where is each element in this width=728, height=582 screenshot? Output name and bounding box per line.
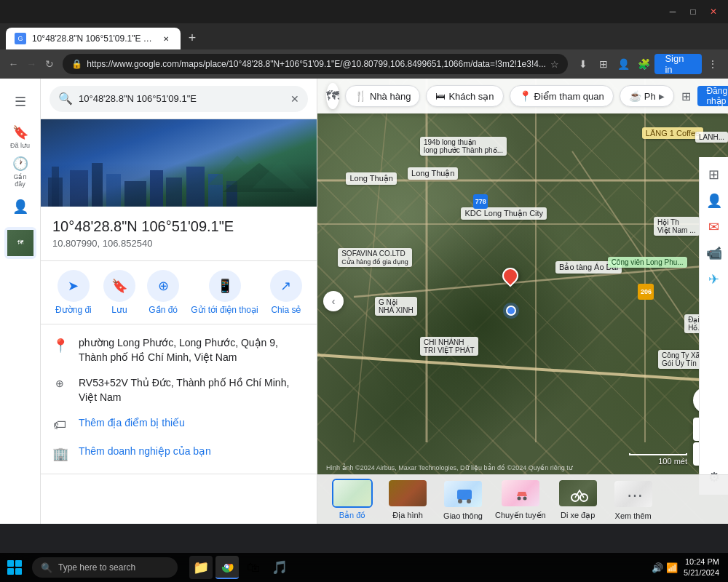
new-tab-btn[interactable]: + — [182, 28, 202, 48]
recents-label: Gần đây — [9, 173, 32, 188]
saved-label: Đã lưu — [10, 142, 30, 149]
add-business-item[interactable]: 🏢 Thêm doanh nghiệp của bạn — [52, 439, 305, 468]
place-info: 10°48'28.8"N 106°51'09.1"E 10.807990, 10… — [41, 207, 317, 261]
filter-hotel-label: Khách sạn — [448, 91, 494, 102]
user-icon[interactable]: 👤 — [6, 192, 35, 221]
scale-line — [629, 453, 687, 455]
svg-rect-23 — [457, 490, 472, 500]
taskbar: 🔍 Type here to search 📁 🛍 🎵 🔊 📶 — [0, 553, 728, 582]
recents-icon[interactable]: 🕐 Gần đây — [6, 157, 35, 186]
share-btn[interactable]: ↗ Chia sẻ — [270, 270, 302, 315]
bookmark-star-icon[interactable]: ☆ — [550, 59, 559, 70]
hamburger-icon: ☰ — [15, 94, 26, 110]
send-to-phone-btn[interactable]: 📱 Gửi tới điện thoại — [191, 270, 258, 315]
close-btn[interactable]: ✕ — [705, 3, 722, 20]
map-area[interactable]: 🗺 🍴 Nhà hàng 🛏 Khách sạn 📍 Điểm tham qua… — [317, 79, 728, 524]
add-missing-place-item[interactable]: 🏷 Thêm địa điểm bị thiếu — [52, 410, 305, 439]
maximize-btn[interactable]: □ — [684, 3, 702, 20]
taskbar-music[interactable]: 🎵 — [268, 556, 291, 579]
attraction-icon: 📍 — [519, 90, 531, 102]
reload-btn[interactable]: ↻ — [42, 54, 58, 74]
hoi-th-label: Hội ThViệt Nam ... — [654, 217, 700, 236]
map-type-ban-do[interactable]: Bản đồ — [329, 479, 376, 520]
back-btn[interactable]: ← — [6, 54, 21, 74]
chuyen-tuyen-thumb — [500, 479, 541, 508]
copyright-text: Hình ảnh ©2024 Airbus, Maxar Technologie… — [326, 464, 573, 471]
current-location-thumb[interactable]: 🗺 — [4, 227, 36, 259]
map-type-xem-them[interactable]: ⋯ Xem thêm — [610, 479, 657, 520]
cong-ty-label: Công Ty XãGói Uy Tín — [658, 350, 703, 369]
share-icon: ↗ — [270, 270, 302, 302]
menu-btn[interactable]: ⋮ — [703, 54, 722, 74]
extensions-icon[interactable]: 🧩 — [635, 54, 654, 74]
telegram-icon[interactable]: ✈ — [703, 268, 726, 291]
tab-title: 10°48'28.8"N 106°51'09.1"E - Go... — [32, 33, 154, 44]
profile-icon[interactable]: 👤 — [614, 54, 633, 74]
map-type-btn[interactable]: 🗺 — [326, 83, 339, 109]
date-display: 5/21/2024 — [684, 567, 719, 578]
meet-icon[interactable]: 📹 — [703, 242, 726, 265]
map-type-dia-hinh[interactable]: Địa hình — [384, 479, 431, 520]
nearby-btn[interactable]: ⊕ Gần đó — [147, 270, 179, 315]
dia-hinh-label: Địa hình — [392, 511, 423, 520]
directions-btn[interactable]: ➤ Đường đi — [55, 270, 92, 315]
taskbar-store[interactable]: 🛍 — [242, 556, 265, 579]
minimize-btn[interactable]: ─ — [664, 3, 681, 20]
url-icons: ☆ — [550, 59, 559, 70]
network-icon[interactable]: 📶 — [666, 562, 678, 573]
directions-icon: ➤ — [58, 270, 90, 302]
map-type-chuyen-tuyen[interactable]: Chuyến tuyến — [495, 479, 546, 520]
clear-icon[interactable]: ✕ — [290, 93, 299, 105]
url-text: https://www.google.com/maps/place/10°48'… — [87, 59, 546, 69]
svg-point-32 — [226, 565, 229, 568]
banner-overlay — [41, 163, 317, 207]
map-back-btn[interactable]: ‹ — [323, 291, 344, 311]
saved-icon[interactable]: 🔖 Đã lưu — [6, 122, 35, 151]
menu-icon[interactable]: ☰ — [6, 87, 35, 116]
map-type-di-xe-dap[interactable]: Di xe đạp — [555, 479, 601, 520]
save-btn[interactable]: 🔖 Lưu — [103, 270, 135, 315]
download-icon[interactable]: ⬇ — [574, 54, 593, 74]
filter-attraction[interactable]: 📍 Điểm tham quan — [510, 85, 614, 107]
apps-grid-btn[interactable]: ⊞ — [680, 86, 692, 106]
filter-ph[interactable]: ☕ Ph ▶ — [620, 85, 674, 107]
add-place-icon: 🏷 — [52, 418, 67, 433]
active-tab[interactable]: G 10°48'28.8"N 106°51'09.1"E - Go... ✕ — [6, 28, 181, 49]
tab-close-btn[interactable]: ✕ — [160, 33, 172, 44]
taskbar-explorer[interactable]: 📁 — [189, 556, 213, 579]
filter-restaurant[interactable]: 🍴 Nhà hàng — [345, 85, 420, 107]
url-bar[interactable]: 🔒 https://www.google.com/maps/place/10°4… — [63, 54, 568, 74]
lang1coffee-label: LĂNG 1 Coffee — [642, 127, 703, 139]
dang-nhap-btn[interactable]: Đăng nhập — [697, 86, 728, 106]
giao-thong-thumb — [443, 479, 483, 509]
go-noi-label: G NộiNHÀ XINH — [375, 297, 417, 316]
di-xe-dap-thumb — [558, 479, 598, 508]
taskbar-search[interactable]: 🔍 Type here to search — [32, 557, 178, 578]
taskbar-right: 🔊 📶 10:24 PM 5/21/2024 — [652, 557, 725, 579]
plus-code-text: RV53+52V Thủ Đức, Thành phố Hồ Chí Minh,… — [79, 376, 305, 404]
tab-favicon: G — [15, 33, 26, 44]
sign-in-btn[interactable]: Sign in — [654, 54, 702, 74]
google-apps-icon[interactable]: ⊞ — [703, 163, 726, 186]
filter-hotel[interactable]: 🛏 Khách sạn — [426, 85, 503, 107]
windows-logo — [7, 560, 22, 575]
road-badge-206: 206 — [638, 284, 654, 300]
start-btn[interactable] — [3, 556, 26, 579]
map-type-giao-thong[interactable]: Giao thông — [440, 479, 486, 520]
time-display: 10:24 PM — [684, 557, 719, 567]
tab-groups-icon[interactable]: ⊞ — [594, 54, 613, 74]
save-label: Lưu — [111, 305, 127, 315]
search-input[interactable] — [79, 93, 285, 104]
taskbar-chrome[interactable] — [215, 556, 239, 579]
tab-bar: G 10°48'28.8"N 106°51'09.1"E - Go... ✕ + — [0, 23, 728, 49]
forward-btn[interactable]: → — [24, 54, 39, 74]
action-buttons: ➤ Đường đi 🔖 Lưu ⊕ Gần đó 📱 Gửi tới điện… — [41, 261, 317, 324]
toolbar-icons: ⬇ ⊞ 👤 🧩 Sign in ⋮ — [574, 54, 722, 74]
xem-them-label: Xem thêm — [615, 511, 652, 520]
gmail-icon[interactable]: ✉ — [703, 215, 726, 239]
volume-icon[interactable]: 🔊 — [652, 562, 663, 573]
google-account-icon[interactable]: 👤 — [703, 189, 726, 212]
search-bar[interactable]: 🔍 ✕ — [50, 86, 308, 112]
tri-viet-phat-label: CHI NHÁNHTRI VIỆT PHÁT — [420, 337, 478, 356]
chrome-icon — [221, 560, 234, 573]
